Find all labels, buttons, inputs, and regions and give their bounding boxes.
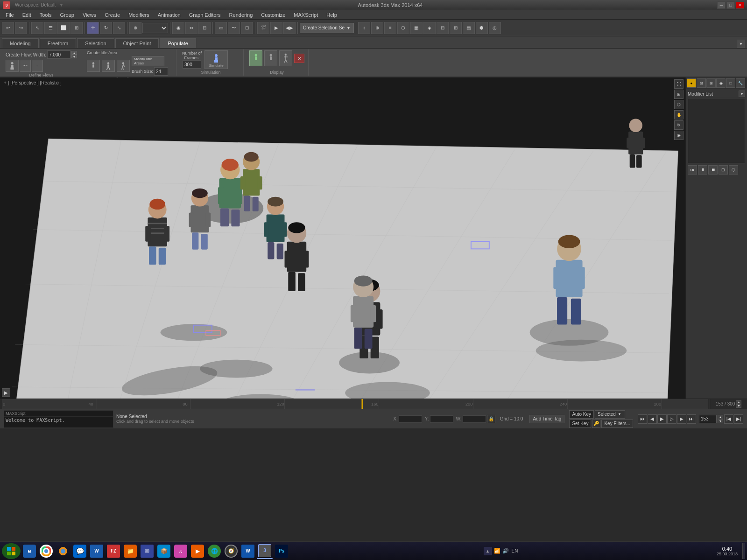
- maximize-button[interactable]: □: [726, 1, 735, 9]
- width-spinner[interactable]: ▲ ▼: [71, 51, 77, 58]
- extra-btn-8[interactable]: ⊞: [450, 22, 462, 34]
- extra-btn-4[interactable]: ⬡: [397, 22, 409, 34]
- prev-frame-btn[interactable]: ◀: [648, 414, 657, 424]
- width-input[interactable]: [47, 50, 70, 59]
- idle-seat-btn[interactable]: [87, 60, 100, 72]
- flow-arrow-btn[interactable]: →: [32, 60, 43, 72]
- z-input[interactable]: [463, 415, 486, 423]
- menu-file[interactable]: File: [2, 11, 18, 19]
- extra-btn-5[interactable]: ▦: [410, 22, 423, 34]
- rpanel-btn-2[interactable]: ⏸: [698, 165, 707, 175]
- maximize-viewport-btn[interactable]: ⛶: [674, 79, 684, 89]
- layer-manager-btn[interactable]: ▭: [215, 22, 227, 34]
- display-mesh-btn[interactable]: [264, 50, 277, 66]
- rpanel-tab-motion[interactable]: ◉: [716, 78, 726, 88]
- rpanel-btn-5[interactable]: ⬡: [729, 165, 738, 175]
- tab-selection[interactable]: Selection: [77, 38, 114, 48]
- menu-modifiers[interactable]: Modifiers: [125, 11, 153, 19]
- rpanel-tab-utilities[interactable]: 🔧: [736, 78, 745, 88]
- frame-spin-down[interactable]: ▼: [718, 419, 723, 423]
- zoom-region-btn[interactable]: ⬡: [674, 100, 684, 109]
- zoom-extents-btn[interactable]: ⊞: [674, 90, 684, 99]
- extra-btn-1[interactable]: ↕: [358, 22, 370, 34]
- extra-btn-10[interactable]: ⬢: [476, 22, 488, 34]
- tab-freeform[interactable]: Freeform: [40, 38, 77, 48]
- tab-modeling[interactable]: Modeling: [2, 38, 39, 48]
- viewport[interactable]: + ] [Perspective ] [Realistic ]: [0, 77, 685, 399]
- undo-button[interactable]: ↩: [2, 22, 14, 34]
- select-by-name-button[interactable]: ☰: [44, 22, 56, 34]
- frame-spin-up[interactable]: ▲: [718, 415, 723, 419]
- minimize-button[interactable]: ─: [717, 1, 726, 9]
- taskbar-itunes[interactable]: ♫: [173, 543, 189, 559]
- frame-up-btn[interactable]: ▲: [736, 400, 741, 404]
- rpanel-btn-4[interactable]: ⊡: [719, 165, 728, 175]
- show-desktop-btn[interactable]: [742, 543, 745, 559]
- menu-views[interactable]: Views: [79, 11, 100, 19]
- delete-all-btn[interactable]: ✕: [294, 54, 304, 63]
- menu-animation[interactable]: Animation: [154, 11, 184, 19]
- taskbar-dropbox[interactable]: 📦: [156, 543, 172, 559]
- auto-key-btn[interactable]: Auto Key: [569, 410, 594, 419]
- x-input[interactable]: [399, 415, 422, 423]
- extra-btn-2[interactable]: ⊕: [371, 22, 383, 34]
- next-key-btn[interactable]: ▶|: [734, 414, 743, 424]
- tab-object-paint[interactable]: Object Paint: [115, 38, 159, 48]
- view-dropdown[interactable]: View: [142, 23, 168, 33]
- idle-standing-btn[interactable]: [102, 60, 115, 72]
- lock-transform-btn[interactable]: 🔒: [487, 415, 495, 423]
- menu-maxscript[interactable]: MAXScript: [290, 11, 322, 19]
- menu-create[interactable]: Create: [101, 11, 124, 19]
- window-crossing-button[interactable]: ⊞: [70, 22, 83, 34]
- start-button[interactable]: [2, 543, 21, 559]
- taskbar-orange-app[interactable]: 📁: [122, 543, 138, 559]
- brush-size-input[interactable]: [154, 67, 168, 76]
- select-object-button[interactable]: ↖: [31, 22, 43, 34]
- viewport-play-btn[interactable]: ▶: [2, 388, 10, 397]
- modify-idle-areas-btn[interactable]: Modify Idle Areas: [132, 56, 164, 66]
- taskbar-photoshop[interactable]: Ps: [274, 543, 289, 559]
- idle-walk-btn[interactable]: [117, 60, 130, 72]
- rpanel-tab-modify[interactable]: ⊡: [697, 78, 706, 88]
- rpanel-btn-3[interactable]: ⏹: [708, 165, 718, 175]
- menu-customize[interactable]: Customize: [257, 11, 289, 19]
- display-skeleton-btn[interactable]: [279, 50, 292, 66]
- redo-button[interactable]: ↪: [15, 22, 27, 34]
- flow-line-btn[interactable]: 〰: [20, 60, 31, 72]
- rpanel-tab-hierarchy[interactable]: ⊞: [706, 78, 716, 88]
- reference-coord-btn[interactable]: ⊕: [129, 22, 141, 34]
- extra-btn-7[interactable]: ⊟: [437, 22, 449, 34]
- align-btn[interactable]: ⊟: [198, 22, 211, 34]
- current-frame-input[interactable]: [699, 415, 717, 423]
- go-to-start-btn[interactable]: ⏮: [638, 414, 647, 424]
- selected-dropdown[interactable]: Selected ▼: [595, 410, 625, 419]
- extra-btn-11[interactable]: ◎: [489, 22, 501, 34]
- go-to-end-btn[interactable]: ⏭: [687, 414, 696, 424]
- render-setup-btn[interactable]: 🎬: [257, 22, 269, 34]
- curve-editor-btn[interactable]: 〜: [228, 22, 240, 34]
- extra-btn-9[interactable]: ▤: [463, 22, 475, 34]
- select-move-button[interactable]: ✛: [87, 22, 99, 34]
- taskbar-word-blue[interactable]: W: [89, 543, 105, 559]
- rpanel-tab-color[interactable]: ●: [687, 78, 696, 88]
- key-icon-btn[interactable]: 🔑: [592, 420, 600, 428]
- taskbar-word[interactable]: W: [240, 543, 256, 559]
- taskbar-messenger[interactable]: 💬: [72, 543, 88, 559]
- taskbar-globe[interactable]: 🌐: [206, 543, 222, 559]
- menu-tools[interactable]: Tools: [36, 11, 56, 19]
- next-frame-btn[interactable]: ▶: [677, 414, 686, 424]
- taskbar-vlc[interactable]: ▶: [190, 543, 205, 559]
- simulate-btn[interactable]: Simulate: [204, 50, 228, 69]
- menu-edit[interactable]: Edit: [19, 11, 35, 19]
- add-time-tag-btn[interactable]: Add Time Tag: [529, 415, 564, 423]
- scale-button[interactable]: ⤡: [113, 22, 125, 34]
- tab-populate[interactable]: Populate: [160, 38, 196, 48]
- menu-graph-editors[interactable]: Graph Editors: [185, 11, 225, 19]
- extra-btn-3[interactable]: ≡: [384, 22, 396, 34]
- rpanel-tab-display[interactable]: □: [726, 78, 735, 88]
- systray-show-hidden[interactable]: ▲: [484, 547, 492, 555]
- taskbar-chrome[interactable]: [38, 543, 54, 559]
- create-flow-person-btn[interactable]: [6, 60, 19, 72]
- pan-btn[interactable]: ✋: [674, 110, 684, 119]
- rpanel-btn-1[interactable]: ⏮: [688, 165, 697, 175]
